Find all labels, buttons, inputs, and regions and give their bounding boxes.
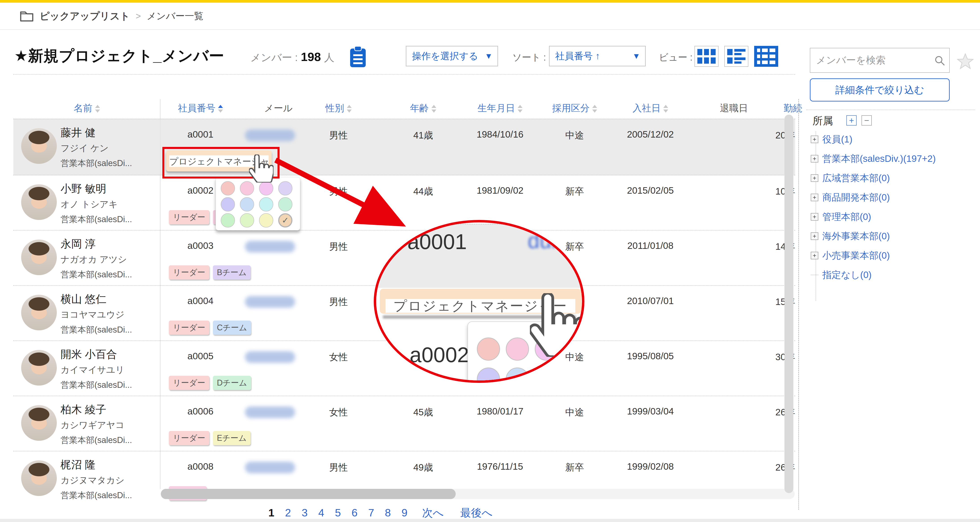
page-link[interactable]: 6 [352,507,358,519]
member-name[interactable]: 永岡 淳 [60,237,95,251]
grid-view-button[interactable] [694,46,719,67]
page-current: 1 [268,507,274,519]
cell-empid: a0008 [161,461,240,472]
tree-item[interactable]: 指定なし(0) [811,268,872,282]
expand-icon[interactable]: + [811,136,818,143]
page-link[interactable]: 7 [368,507,374,519]
color-swatch[interactable] [221,197,235,211]
page-link[interactable]: 8 [385,507,391,519]
card-view-button[interactable] [724,46,748,67]
avatar [21,405,57,441]
avatar [21,350,57,386]
divider [13,74,795,75]
breadcrumb-current: メンバー一覧 [147,10,204,22]
table-row[interactable]: 梶沼 隆 カジヌマタカシ 営業本部(salesDi... a0008 男性 49… [13,451,795,490]
member-tag[interactable]: Dチーム [213,376,251,390]
color-swatch[interactable] [221,213,235,227]
cell-birthday: 1984/10/16 [454,129,546,140]
page-link[interactable]: 3 [302,507,308,519]
tree-item[interactable]: +管理本部(0) [811,210,871,224]
member-name[interactable]: 開米 小百合 [60,347,117,362]
member-name[interactable]: 柏木 綾子 [60,403,106,417]
column-header-birthday[interactable]: 生年月日 [454,102,546,114]
member-dept: 営業本部(salesDi... [60,435,132,446]
sidebar-divider [798,99,799,510]
email-redacted [245,406,295,418]
column-header-gender[interactable]: 性別 [303,102,374,114]
page-link[interactable]: 2 [285,507,291,519]
column-header-name[interactable]: 名前 [13,102,161,114]
cell-joindate: 2011/01/08 [604,240,697,251]
search-input[interactable] [816,50,928,70]
action-select-dropdown[interactable]: 操作を選択する ▼ [406,46,498,66]
member-tag[interactable]: リーダー [169,320,209,335]
email-redacted [245,296,295,308]
page-next-link[interactable]: 次へ [422,506,444,520]
member-tag[interactable]: リーダー [169,376,209,390]
page-last-link[interactable]: 最後へ [460,506,492,520]
member-name[interactable]: 小野 敏明 [60,182,106,196]
color-swatch[interactable] [240,213,254,227]
color-swatch[interactable] [240,197,254,211]
tree-item[interactable]: +営業本部(salesDiv.)(197+2) [811,152,935,165]
expand-icon[interactable]: + [811,155,818,162]
page-link[interactable]: 9 [402,507,407,519]
chevron-down-icon: ▼ [632,51,640,61]
cell-empid: a0004 [161,296,240,306]
member-tag[interactable]: リーダー [169,210,209,224]
member-tag[interactable]: Eチーム [213,431,251,445]
sort-label: ソート : [512,51,546,63]
member-name[interactable]: 梶沼 隆 [60,458,95,472]
tree-item[interactable]: +商品開発本部(0) [811,191,890,204]
column-header-age[interactable]: 年齢 [392,102,454,114]
page-link[interactable]: 4 [318,507,324,519]
cell-age: 45歳 [392,406,454,419]
expand-icon[interactable]: + [811,174,818,182]
member-tag[interactable]: リーダー [169,265,209,279]
vertical-scrollbar[interactable] [784,115,793,493]
horizontal-scrollbar-thumb[interactable] [161,489,456,499]
table-view-button[interactable] [754,46,778,67]
color-swatch[interactable] [221,181,235,195]
member-tag[interactable]: Bチーム [213,265,251,279]
tree-item[interactable]: +広域営業本部(0) [811,171,890,185]
clipboard-icon[interactable] [350,46,366,68]
member-dept: 営業本部(salesDi... [60,269,132,280]
cell-empid: a0005 [161,351,240,362]
member-count-value: 198 [301,50,321,63]
column-header-empid[interactable]: 社員番号 [161,102,240,114]
column-header-recruit[interactable]: 採用区分 [546,102,604,114]
member-tag[interactable]: リーダー [169,431,209,445]
cell-recruit: 新卒 [546,185,604,198]
column-divider [160,99,161,489]
chevron-down-icon: ▼ [485,51,493,61]
member-name[interactable]: 横山 悠仁 [60,292,106,306]
tree-item[interactable]: +役員(1) [811,133,853,146]
member-tag[interactable]: Cチーム [213,320,251,335]
expand-icon[interactable]: + [811,232,818,240]
tree-expand-all-button[interactable]: + [846,115,857,125]
breadcrumb-separator: > [136,11,141,21]
column-header-joindate[interactable]: 入社日 [604,102,697,114]
expand-icon[interactable]: + [811,252,818,259]
member-count: メンバー : 198 人 [250,50,334,65]
tree-collapse-all-button[interactable]: − [862,115,872,125]
tree-item[interactable]: +海外事業本部(0) [811,230,890,243]
sort-select-dropdown[interactable]: 社員番号 ↑ ▼ [549,46,646,66]
cell-gender: 女性 [303,351,374,363]
member-kana: ヨコヤマユウジ [60,309,124,321]
tree-item[interactable]: +小売事業本部(0) [811,249,890,262]
member-search-box[interactable] [810,48,950,73]
cell-joindate: 1995/08/05 [604,351,697,362]
favorite-star-icon[interactable] [957,53,974,71]
expand-icon[interactable]: + [811,194,818,201]
tree-title: 所属 [813,114,833,128]
expand-icon[interactable]: + [811,213,818,221]
advanced-filter-button[interactable]: 詳細条件で絞り込む [810,78,950,102]
breadcrumb-root-link[interactable]: ピックアップリスト [40,10,130,23]
cell-gender: 男性 [303,129,374,141]
cell-recruit: 新卒 [546,461,604,474]
page-link[interactable]: 5 [335,507,341,519]
table-row[interactable]: 柏木 綾子 カシワギアヤコ 営業本部(salesDi... a0006 女性 4… [13,395,795,451]
member-name[interactable]: 藤井 健 [60,125,95,140]
